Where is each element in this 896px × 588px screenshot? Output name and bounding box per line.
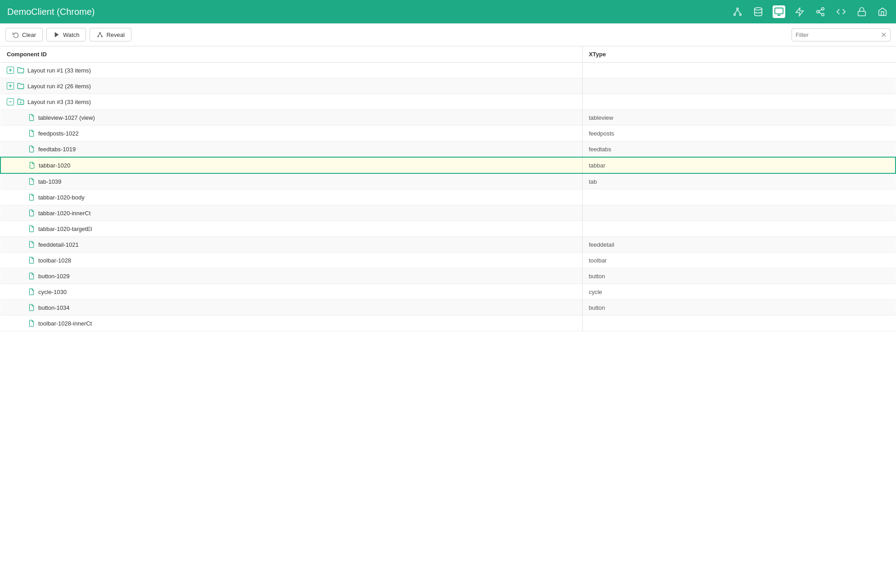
col-xtype: XType bbox=[582, 46, 896, 63]
file-icon bbox=[27, 240, 36, 249]
filter-clear-icon[interactable]: ✕ bbox=[881, 31, 887, 39]
table-row[interactable]: + Layout run #1 (33 items) bbox=[0, 63, 896, 78]
component-id-cell: button-1029 bbox=[0, 268, 582, 284]
component-id-cell: + Layout run #1 (33 items) bbox=[0, 63, 582, 78]
component-label: toolbar-1028 bbox=[38, 257, 71, 264]
cell-content: tab-1039 bbox=[7, 177, 576, 185]
expand-button[interactable]: + bbox=[7, 82, 14, 90]
component-id-cell: tabbar-1020-innerCt bbox=[0, 205, 582, 221]
clear-button[interactable]: Clear bbox=[5, 28, 43, 41]
xtype-cell: feedtabs bbox=[582, 141, 896, 158]
watch-icon bbox=[53, 31, 60, 38]
table-row[interactable]: tabbar-1020-body bbox=[0, 190, 896, 205]
xtype-cell: button bbox=[582, 268, 896, 284]
cell-content: cycle-1030 bbox=[7, 288, 576, 296]
component-label: toolbar-1028-innerCt bbox=[38, 320, 92, 327]
table-row[interactable]: toolbar-1028-innerCt bbox=[0, 316, 896, 331]
network-icon[interactable] bbox=[731, 5, 744, 18]
xtype-cell: toolbar bbox=[582, 253, 896, 268]
cell-content: feeddetail-1021 bbox=[7, 240, 576, 249]
file-icon bbox=[27, 193, 36, 201]
file-icon bbox=[27, 319, 36, 327]
file-icon bbox=[27, 209, 36, 217]
component-id-cell: toolbar-1028-innerCt bbox=[0, 316, 582, 331]
watch-button[interactable]: Watch bbox=[46, 28, 86, 41]
code-icon[interactable] bbox=[835, 5, 847, 18]
file-icon bbox=[27, 225, 36, 233]
cell-content: + Layout run #2 (26 items) bbox=[7, 82, 576, 90]
table-row[interactable]: feedtabs-1019 feedtabs bbox=[0, 141, 896, 158]
lightning-icon[interactable] bbox=[793, 5, 806, 18]
component-label: tabbar-1020 bbox=[39, 162, 70, 169]
clear-icon bbox=[12, 31, 19, 38]
svg-marker-15 bbox=[55, 32, 59, 37]
lock-icon[interactable] bbox=[855, 5, 868, 18]
component-label: tabbar-1020-body bbox=[38, 194, 85, 201]
component-label: cycle-1030 bbox=[38, 289, 67, 295]
component-label: tabbar-1020-innerCt bbox=[38, 210, 91, 217]
table-row[interactable]: toolbar-1028 toolbar bbox=[0, 253, 896, 268]
filter-area: ✕ bbox=[792, 28, 891, 41]
component-id-cell: tableview-1027 (view) bbox=[0, 110, 582, 126]
col-component-id: Component ID bbox=[0, 46, 582, 63]
cell-content: tableview-1027 (view) bbox=[7, 113, 576, 122]
svg-point-9 bbox=[822, 8, 824, 10]
cell-content: tabbar-1020-targetEl bbox=[7, 225, 576, 233]
table-row[interactable]: button-1029 button bbox=[0, 268, 896, 284]
cell-content: tabbar-1020-body bbox=[7, 193, 576, 201]
svg-line-20 bbox=[100, 33, 102, 36]
table-row[interactable]: tab-1039 tab bbox=[0, 173, 896, 190]
component-label: Layout run #2 (26 items) bbox=[27, 83, 91, 90]
table-row[interactable]: tabbar-1020-targetEl bbox=[0, 221, 896, 237]
home-icon[interactable] bbox=[876, 5, 889, 18]
component-id-cell: cycle-1030 bbox=[0, 284, 582, 300]
database-icon[interactable] bbox=[752, 5, 765, 18]
reveal-button[interactable]: Reveal bbox=[90, 28, 131, 41]
table-row[interactable]: tabbar-1020-innerCt bbox=[0, 205, 896, 221]
xtype-cell: button bbox=[582, 300, 896, 316]
component-label: Layout run #3 (33 items) bbox=[27, 99, 91, 105]
component-id-cell: tabbar-1020-body bbox=[0, 190, 582, 205]
svg-point-18 bbox=[101, 36, 102, 37]
svg-line-4 bbox=[738, 9, 740, 14]
xtype-cell: feedposts bbox=[582, 126, 896, 141]
table-row[interactable]: button-1034 button bbox=[0, 300, 896, 316]
reveal-icon bbox=[96, 31, 104, 38]
svg-point-1 bbox=[734, 14, 736, 16]
share-icon[interactable] bbox=[814, 5, 827, 18]
table-row[interactable]: feedposts-1022 feedposts bbox=[0, 126, 896, 141]
collapse-button[interactable]: − bbox=[7, 98, 14, 105]
component-label: tableview-1027 (view) bbox=[38, 114, 95, 121]
xtype-cell: feeddetail bbox=[582, 237, 896, 253]
svg-point-0 bbox=[737, 8, 738, 10]
file-icon bbox=[27, 129, 36, 137]
file-icon bbox=[27, 288, 36, 296]
header: DemoClient (Chrome) bbox=[0, 0, 896, 23]
component-id-cell: tab-1039 bbox=[0, 173, 582, 190]
file-icon bbox=[27, 145, 36, 153]
cell-content: feedtabs-1019 bbox=[7, 145, 576, 153]
expand-button[interactable]: + bbox=[7, 67, 14, 74]
file-icon bbox=[27, 256, 36, 264]
component-id-cell: feedtabs-1019 bbox=[0, 141, 582, 158]
table-row[interactable]: tableview-1027 (view) tableview bbox=[0, 110, 896, 126]
table-row[interactable]: + Layout run #2 (26 items) bbox=[0, 78, 896, 94]
svg-rect-6 bbox=[775, 8, 783, 14]
svg-point-11 bbox=[822, 14, 824, 16]
svg-line-3 bbox=[735, 9, 738, 14]
table-row[interactable]: − Layout run #3 (33 items) bbox=[0, 94, 896, 110]
cell-content: − Layout run #3 (33 items) bbox=[7, 98, 576, 106]
table-row[interactable]: tabbar-1020 tabbar bbox=[0, 157, 896, 173]
table-row[interactable]: cycle-1030 cycle bbox=[0, 284, 896, 300]
file-icon bbox=[27, 303, 36, 312]
xtype-cell bbox=[582, 63, 896, 78]
component-label: Layout run #1 (33 items) bbox=[27, 67, 91, 74]
cell-content: tabbar-1020 bbox=[7, 161, 576, 169]
component-id-cell: + Layout run #2 (26 items) bbox=[0, 78, 582, 94]
table-row[interactable]: feeddetail-1021 feeddetail bbox=[0, 237, 896, 253]
cell-content: toolbar-1028-innerCt bbox=[7, 319, 576, 327]
file-icon bbox=[27, 177, 36, 185]
filter-input[interactable] bbox=[796, 32, 881, 38]
monitor-icon[interactable] bbox=[773, 5, 785, 18]
cell-content: + Layout run #1 (33 items) bbox=[7, 66, 576, 74]
